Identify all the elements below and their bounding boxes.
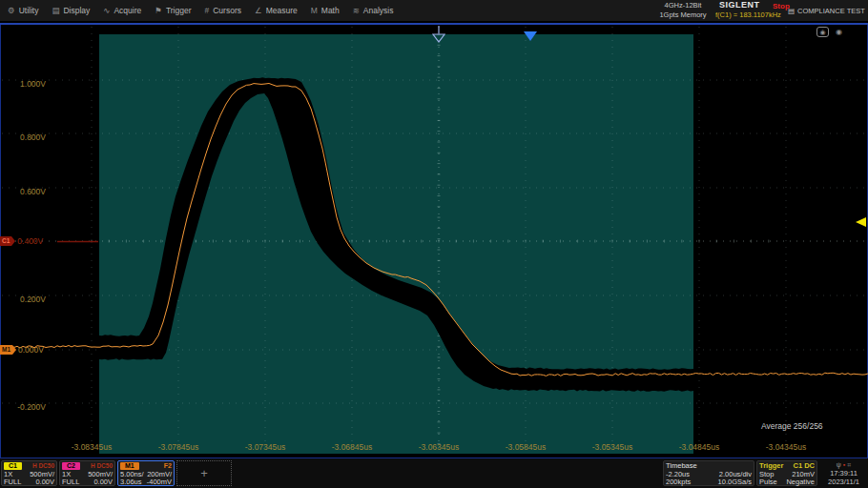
y-axis-label: -0.200V (4, 403, 46, 412)
cursors-icon: # (205, 6, 210, 15)
math1-descriptor[interactable]: M1 F2 5.00ns/200mV/ 3.06us-400mV (117, 460, 175, 486)
c2-chip: C2 (62, 462, 80, 470)
memory-label: 1Gpts Memory (652, 10, 713, 20)
y-axis-label: 0.800V (4, 133, 46, 142)
x-axis-label: -3.06845us (321, 442, 382, 452)
math-icon: M (311, 6, 318, 15)
gear-icon: ⚙ (8, 6, 15, 15)
marker-arrow (11, 236, 15, 246)
average-count-label: Average 256/256 (761, 421, 823, 431)
menu-item-utility[interactable]: ⚙Utility (8, 6, 38, 15)
bandwidth-info: 4GHz-12Bit 1Gpts Memory (652, 0, 713, 21)
marker-arrow (12, 345, 16, 355)
trigger-flag-icon: ⚑ (155, 6, 162, 15)
measure-icon: ∠ (255, 6, 262, 15)
menu-item-acquire[interactable]: ∿Acquire (103, 6, 141, 15)
clock-date: 2023/11/1 (820, 478, 867, 486)
x-axis-label: -3.04345us (755, 442, 816, 452)
camera-icon[interactable]: ◉ (816, 27, 829, 37)
math1-level-marker[interactable]: M1 0.000V (0, 345, 44, 355)
analysis-icon: ≋ (353, 6, 360, 15)
waveform-display-area[interactable]: 1.000V0.800V0.600V0.200V-0.200V -3.08345… (0, 23, 868, 458)
f2-tag: F2 (164, 462, 172, 469)
menu-item-analysis[interactable]: ≋Analysis (353, 6, 394, 15)
x-axis-label: -3.04845us (669, 442, 730, 452)
add-trace-slot[interactable]: + (176, 460, 232, 486)
lan-icon: ⌗ (847, 461, 851, 468)
waveform-plot (0, 23, 868, 458)
trigger-descriptor[interactable]: Trigger C1 DC Stop210mV PulseNegative (756, 460, 817, 486)
x-axis-label: -3.08345us (61, 442, 122, 452)
menu-item-cursors[interactable]: #Cursors (205, 6, 242, 15)
speaker-icon[interactable]: ◉ (836, 28, 842, 36)
bandwidth-label: 4GHz-12Bit (652, 1, 713, 10)
x-axis-label: -3.05345us (582, 442, 643, 452)
y-axis-label: 0.600V (4, 188, 46, 196)
plot-corner-icons: ◉ ◉ (816, 27, 842, 37)
x-axis-label: -3.07345us (235, 442, 296, 452)
c1-chip: C1 (4, 462, 22, 470)
clock-time: 17:39:11 (820, 469, 867, 478)
x-axis-label: -3.07845us (148, 442, 209, 452)
menu-item-math[interactable]: MMath (311, 6, 340, 15)
descriptor-bar: C1 H DC50 1X500mV/ FULL0.00V C2 H DC50 1… (0, 458, 868, 488)
menu-item-measure[interactable]: ∠Measure (255, 6, 298, 15)
usb-icon: ψ (837, 461, 841, 468)
y-axis-label: 1.000V (4, 80, 46, 89)
channel1-level-marker[interactable]: C1 0.400V (0, 236, 43, 246)
compliance-test-button[interactable]: ▤ COMPLIANCE TEST (788, 0, 865, 21)
channel2-descriptor[interactable]: C2 H DC50 1X500mV/ FULL0.00V (59, 460, 115, 486)
menu-item-display[interactable]: ▤Display (52, 6, 90, 15)
channel1-descriptor[interactable]: C1 H DC50 1X500mV/ FULL0.00V (1, 460, 57, 486)
document-icon: ▤ (788, 7, 795, 15)
menu-item-trigger[interactable]: ⚑Trigger (155, 6, 191, 15)
x-axis-label: -3.06345us (408, 442, 469, 452)
x-axis-label: -3.05845us (495, 442, 556, 452)
y-axis-label: 0.200V (4, 295, 46, 304)
display-icon: ▤ (52, 6, 59, 15)
m1-chip: M1 (120, 462, 139, 470)
record-icon: ▪ (843, 461, 845, 468)
timebase-descriptor[interactable]: Timebase -2.20us2.00us/div 200kpts10.0GS… (663, 460, 754, 486)
datetime-block: ψ ▪ ⌗ 17:39:11 2023/11/1 (820, 460, 867, 486)
acquire-icon: ∿ (103, 6, 110, 15)
